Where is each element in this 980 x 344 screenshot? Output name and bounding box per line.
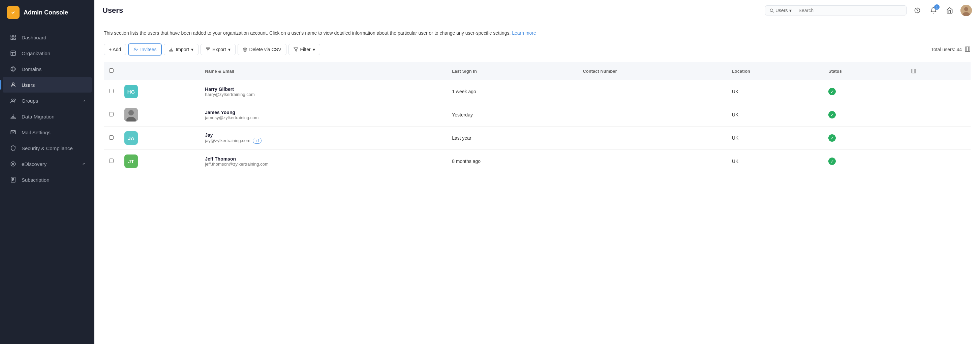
row-checkbox[interactable] bbox=[109, 135, 114, 140]
row-status-cell: ✓ bbox=[823, 103, 903, 127]
svg-rect-2 bbox=[14, 35, 16, 37]
user-email: jamesy@zylkertraining.com bbox=[205, 115, 441, 120]
sidebar-item-users[interactable]: Users bbox=[3, 77, 92, 93]
sidebar-item-dashboard[interactable]: Dashboard bbox=[3, 30, 92, 45]
sidebar-item-subscription[interactable]: Subscription bbox=[3, 172, 92, 187]
svg-rect-4 bbox=[14, 38, 16, 40]
home-button[interactable] bbox=[944, 5, 955, 16]
user-email: jeff.thomson@zylkertraining.com bbox=[205, 162, 441, 166]
row-checkbox-cell bbox=[104, 80, 119, 103]
row-checkbox[interactable] bbox=[109, 159, 114, 163]
export-label: Export bbox=[212, 47, 226, 52]
globe-icon bbox=[10, 65, 17, 73]
table-row: JA Jay jay@zylkertraining.com +1 Last ye… bbox=[104, 127, 970, 150]
status-active-icon: ✓ bbox=[828, 134, 836, 142]
learn-more-link[interactable]: Learn more bbox=[512, 30, 536, 36]
row-name-email-cell[interactable]: Jay jay@zylkertraining.com +1 bbox=[199, 127, 447, 150]
download-icon bbox=[10, 113, 17, 120]
sidebar-item-ediscovery[interactable]: eDiscovery ↗ bbox=[3, 156, 92, 172]
search-filter-dropdown[interactable]: Users ▾ bbox=[769, 8, 795, 13]
svg-rect-14 bbox=[11, 118, 16, 119]
sidebar-item-security-compliance[interactable]: Security & Compliance bbox=[3, 140, 92, 156]
sidebar-item-label: Users bbox=[22, 82, 35, 88]
svg-point-16 bbox=[11, 162, 16, 166]
svg-rect-38 bbox=[912, 69, 916, 73]
col-contact-number[interactable]: Contact Number bbox=[577, 62, 726, 80]
status-active-icon: ✓ bbox=[828, 88, 836, 95]
sidebar-item-domains[interactable]: Domains bbox=[3, 61, 92, 77]
svg-point-11 bbox=[12, 83, 14, 85]
svg-rect-33 bbox=[206, 48, 210, 49]
export-button[interactable]: Export ▾ bbox=[200, 44, 235, 55]
col-actions bbox=[904, 62, 970, 80]
columns-config-icon[interactable] bbox=[909, 66, 918, 76]
notifications-button[interactable]: 1 bbox=[928, 5, 939, 16]
main-body: This section lists the users that have b… bbox=[94, 21, 980, 344]
sidebar-item-label: Organization bbox=[22, 51, 50, 56]
col-avatar bbox=[119, 62, 199, 80]
row-name-email-cell[interactable]: Harry Gilbert harry@zylkertraining.com bbox=[199, 80, 447, 103]
row-contact-cell bbox=[577, 150, 726, 173]
search-icon bbox=[769, 8, 774, 13]
grid-icon bbox=[10, 34, 17, 41]
email-count-tag[interactable]: +1 bbox=[253, 138, 261, 144]
row-checkbox[interactable] bbox=[109, 112, 114, 116]
import-label: Import bbox=[176, 47, 189, 52]
delete-icon bbox=[243, 47, 247, 52]
sidebar-item-groups[interactable]: Groups › bbox=[3, 93, 92, 108]
chevron-down-icon: ▾ bbox=[789, 8, 792, 13]
select-all-checkbox[interactable] bbox=[109, 68, 114, 73]
delete-csv-button[interactable]: Delete via CSV bbox=[238, 44, 286, 55]
svg-rect-35 bbox=[965, 47, 970, 51]
invitees-label: Invitees bbox=[140, 47, 156, 52]
sidebar-item-label: Subscription bbox=[22, 177, 49, 183]
sidebar-nav: Dashboard Organization Domains bbox=[0, 25, 94, 344]
status-active-icon: ✓ bbox=[828, 157, 836, 165]
shield-icon bbox=[10, 144, 17, 152]
filter-icon bbox=[294, 47, 298, 52]
row-last-sign-in-cell: 8 months ago bbox=[447, 150, 577, 173]
row-status-cell: ✓ bbox=[823, 127, 903, 150]
row-avatar-cell: JA bbox=[119, 127, 199, 150]
user-avatar-initials: HG bbox=[124, 85, 138, 98]
col-location[interactable]: Location bbox=[727, 62, 823, 80]
import-button[interactable]: Import ▾ bbox=[164, 44, 199, 55]
user-name: Jay bbox=[205, 132, 441, 138]
row-name-email-cell[interactable]: Jeff Thomson jeff.thomson@zylkertraining… bbox=[199, 150, 447, 173]
row-location-cell: UK bbox=[727, 80, 823, 103]
row-checkbox[interactable] bbox=[109, 89, 114, 93]
svg-point-42 bbox=[129, 110, 134, 116]
table-row: James Young jamesy@zylkertraining.com Ye… bbox=[104, 103, 970, 127]
row-action-cell bbox=[904, 80, 970, 103]
row-last-sign-in-cell: Yesterday bbox=[447, 103, 577, 127]
col-last-sign-in[interactable]: Last Sign In bbox=[447, 62, 577, 80]
col-status[interactable]: Status bbox=[823, 62, 903, 80]
svg-point-22 bbox=[770, 9, 773, 11]
sidebar-item-mail-settings[interactable]: Mail Settings bbox=[3, 125, 92, 140]
user-avatar[interactable] bbox=[961, 5, 972, 16]
svg-rect-32 bbox=[170, 51, 173, 51]
help-button[interactable] bbox=[912, 5, 923, 16]
col-name-email[interactable]: Name & Email bbox=[199, 62, 447, 80]
search-input[interactable] bbox=[799, 8, 902, 13]
add-button[interactable]: + Add bbox=[104, 44, 126, 55]
svg-marker-34 bbox=[294, 48, 298, 51]
export-chevron-icon: ▾ bbox=[228, 47, 231, 52]
svg-point-0 bbox=[10, 10, 16, 16]
columns-icon[interactable] bbox=[964, 46, 970, 53]
svg-rect-3 bbox=[11, 38, 13, 40]
svg-line-23 bbox=[773, 11, 774, 13]
user-name: Jeff Thomson bbox=[205, 156, 441, 162]
row-name-email-cell[interactable]: James Young jamesy@zylkertraining.com bbox=[199, 103, 447, 127]
user-email: harry@zylkertraining.com bbox=[205, 92, 441, 97]
sidebar-item-data-migration[interactable]: Data Migration bbox=[3, 109, 92, 124]
filter-button[interactable]: Filter ▾ bbox=[288, 44, 320, 55]
user-avatar-initials: JA bbox=[124, 131, 138, 145]
row-location-cell: UK bbox=[727, 127, 823, 150]
sidebar-item-organization[interactable]: Organization bbox=[3, 46, 92, 61]
user-avatar-photo bbox=[124, 108, 138, 122]
svg-point-27 bbox=[964, 7, 968, 11]
mail-icon bbox=[10, 128, 17, 136]
disc-icon bbox=[10, 160, 17, 168]
invitees-button[interactable]: Invitees bbox=[128, 43, 162, 55]
